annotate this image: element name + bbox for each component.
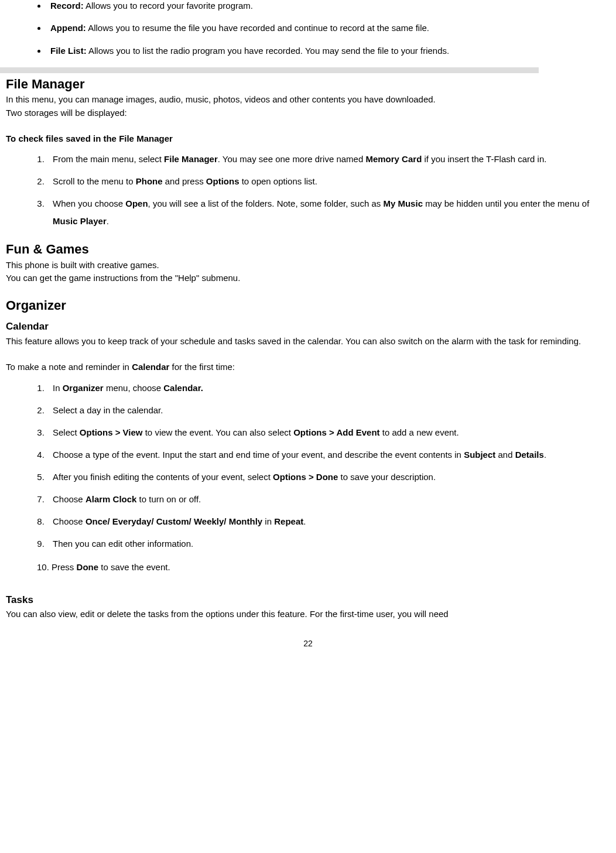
calendar-steps-cont: 10. Press Done to save the event.	[6, 559, 610, 576]
section-divider	[0, 67, 539, 73]
file-manager-subheading: To check files saved in the File Manager	[6, 133, 610, 145]
cal-step-5: After you finish editing the contents of…	[47, 468, 610, 486]
file-manager-intro-2: Two storages will be displayed:	[6, 107, 610, 119]
heading-file-manager: File Manager	[6, 76, 610, 93]
bullet-text: Allows you to record your favorite progr…	[84, 1, 253, 11]
fun-games-line-1: This phone is built with creative games.	[6, 259, 610, 271]
fun-games-line-2: You can get the game instructions from t…	[6, 272, 610, 284]
fm-step-2: Scroll to the menu to Phone and press Op…	[47, 173, 610, 190]
bullet-record: Record: Allows you to record your favori…	[47, 0, 610, 12]
tasks-text: You can also view, edit or delete the ta…	[6, 608, 610, 620]
record-options-list: Record: Allows you to record your favori…	[6, 0, 610, 57]
cal-step-8: Choose Once/ Everyday/ Custom/ Weekly/ M…	[47, 513, 610, 530]
heading-calendar: Calendar	[6, 320, 610, 334]
bullet-text: Allows you to resume the file you have r…	[86, 23, 429, 33]
bullet-label: Record:	[50, 1, 84, 11]
bullet-append: Append: Allows you to resume the file yo…	[47, 22, 610, 34]
file-manager-intro-1: In this menu, you can manage images, aud…	[6, 94, 610, 105]
bullet-text: Allows you to list the radio program you…	[87, 46, 450, 56]
calendar-steps: In Organizer menu, choose Calendar. Sele…	[6, 379, 610, 553]
cal-step-10: 10. Press Done to save the event.	[31, 559, 610, 576]
heading-tasks: Tasks	[6, 594, 610, 607]
file-manager-steps: From the main menu, select File Manager.…	[6, 150, 610, 230]
cal-step-2: Select a day in the calendar.	[47, 402, 610, 419]
cal-step-7: Choose Alarm Clock to turn on or off.	[47, 491, 610, 508]
bullet-file-list: File List: Allows you to list the radio …	[47, 45, 610, 57]
cal-step-1: In Organizer menu, choose Calendar.	[47, 379, 610, 397]
bullet-label: Append:	[50, 23, 86, 33]
cal-step-3: Select Options > View to view the event.…	[47, 424, 610, 441]
heading-organizer: Organizer	[6, 297, 610, 314]
fm-step-1: From the main menu, select File Manager.…	[47, 150, 610, 168]
bullet-label: File List:	[50, 46, 87, 56]
fm-step-3: When you choose Open, you will see a lis…	[47, 195, 610, 230]
calendar-lead: To make a note and reminder in Calendar …	[6, 361, 610, 373]
cal-step-9: Then you can edit other information.	[47, 535, 610, 553]
heading-fun-games: Fun & Games	[6, 241, 610, 258]
cal-step-4: Choose a type of the event. Input the st…	[47, 446, 610, 464]
page-number: 22	[6, 638, 610, 649]
calendar-intro: This feature allows you to keep track of…	[6, 335, 610, 347]
